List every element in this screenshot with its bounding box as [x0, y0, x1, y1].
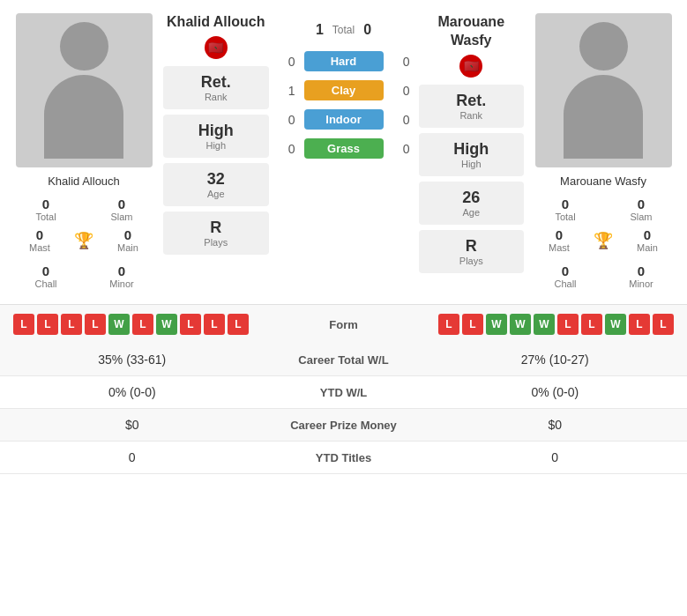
- right-form-badge: W: [486, 314, 507, 335]
- left-mast-label: Mast: [11, 242, 69, 253]
- right-main-cell: 0 Main: [616, 226, 678, 255]
- left-minor-value: 0: [86, 263, 157, 278]
- left-player-avatar: [16, 13, 153, 167]
- left-rank-box: Ret. Rank: [163, 66, 269, 109]
- stats-right-value: 0% (0-0): [441, 385, 670, 399]
- right-player-name: Marouane Wasfy: [560, 174, 646, 188]
- right-chall-cell: 0 Chall: [528, 262, 602, 291]
- right-main-value: 0: [618, 227, 676, 242]
- right-slam-label: Slam: [606, 212, 676, 222]
- hard-left: 0: [278, 55, 295, 69]
- left-slam-cell: 0 Slam: [85, 195, 159, 224]
- stats-left-value: 0% (0-0): [18, 385, 247, 399]
- right-high-box: High High: [419, 133, 525, 176]
- left-form-badge: L: [204, 314, 225, 335]
- total-right: 0: [363, 22, 371, 38]
- stats-right-value: 27% (10-27): [441, 353, 670, 367]
- right-avatar-head: [579, 22, 628, 71]
- left-flag-icon: 🇲🇦: [205, 36, 228, 59]
- left-minor-label: Minor: [86, 278, 157, 289]
- grass-left: 0: [278, 142, 295, 156]
- right-plays-label: Plays: [432, 256, 512, 266]
- right-mast-cell: 0 Mast: [528, 226, 590, 255]
- stats-left-value: 0: [18, 450, 247, 464]
- right-form-badge: L: [629, 314, 650, 335]
- right-form-badges: LLWWWLLWLL: [438, 314, 674, 335]
- clay-row: 1 Clay 0: [278, 80, 410, 100]
- left-avatar-head: [60, 22, 108, 71]
- left-avatar-body: [44, 75, 123, 159]
- form-section: LLLLWLWLLL Form LLWWWLLWLL: [0, 304, 687, 344]
- indoor-right: 0: [392, 113, 410, 127]
- form-label: Form: [329, 318, 358, 331]
- right-form-badge: W: [534, 314, 555, 335]
- left-form-badges: LLLLWLWLLL: [13, 314, 249, 335]
- right-rank-box: Ret. Rank: [419, 85, 525, 128]
- right-form-badge: W: [510, 314, 531, 335]
- left-rank-label: Rank: [176, 92, 256, 102]
- left-stat-row-3: 0 Mast 🏆 0 Main: [9, 226, 159, 255]
- right-form-badge: W: [605, 314, 626, 335]
- left-trophy-icon: 🏆: [72, 226, 95, 255]
- left-player-name: Khalid Allouch: [48, 174, 120, 188]
- grass-right: 0: [392, 142, 410, 156]
- right-total-value: 0: [530, 197, 601, 212]
- stats-left-value: $0: [18, 418, 247, 432]
- left-chall-cell: 0 Chall: [9, 262, 83, 291]
- left-form-badge: L: [61, 314, 82, 335]
- main-container: Khalid Allouch 0 Total 0 Slam 0 Mast 🏆: [0, 0, 687, 474]
- right-slam-cell: 0 Slam: [604, 195, 678, 224]
- left-rank-value: Ret.: [176, 73, 256, 92]
- clay-right: 0: [392, 84, 410, 98]
- right-plays-value: R: [432, 237, 512, 256]
- left-bottom-stats: 0 Chall 0 Minor: [9, 262, 159, 291]
- left-slam-label: Slam: [86, 212, 157, 222]
- right-stat-row-3: 0 Mast 🏆 0 Main: [528, 226, 678, 255]
- right-minor-cell: 0 Minor: [604, 262, 678, 291]
- right-minor-label: Minor: [606, 278, 676, 289]
- right-age-box: 26 Age: [419, 182, 525, 225]
- hard-right: 0: [392, 55, 410, 69]
- stats-center-label: Career Prize Money: [247, 419, 441, 432]
- stats-row: 0% (0-0)YTD W/L0% (0-0): [0, 376, 687, 409]
- right-plays-box: R Plays: [419, 230, 525, 273]
- right-avatar-body: [564, 75, 643, 159]
- right-rank-value: Ret.: [432, 92, 512, 110]
- grass-row: 0 Grass 0: [278, 138, 410, 159]
- left-player-stats-grid: 0 Total 0 Slam: [9, 195, 159, 224]
- right-avatar-silhouette: [564, 22, 643, 159]
- right-form-badge: L: [557, 314, 579, 335]
- right-slam-value: 0: [606, 197, 676, 212]
- total-left: 1: [316, 22, 324, 38]
- stats-center-label: YTD W/L: [247, 386, 441, 399]
- left-main-cell: 0 Main: [97, 226, 159, 255]
- right-player-name-center: Marouane Wasfy: [419, 13, 525, 50]
- left-high-box: High High: [163, 115, 269, 158]
- stats-right-value: $0: [441, 418, 670, 432]
- left-age-value: 32: [176, 170, 256, 189]
- left-plays-value: R: [176, 219, 256, 237]
- right-flag-icon: 🇲🇦: [459, 55, 482, 78]
- right-chall-value: 0: [530, 263, 601, 278]
- right-flag-emoji: 🇲🇦: [464, 59, 479, 73]
- left-player-name-center: Khalid Allouch: [167, 13, 265, 32]
- grass-badge: Grass: [304, 138, 384, 159]
- left-form-badge: W: [108, 314, 130, 335]
- stats-row: $0Career Prize Money$0: [0, 409, 687, 442]
- left-total-value: 0: [11, 197, 81, 212]
- left-total-label: Total: [11, 212, 81, 222]
- stats-center-label: Career Total W/L: [247, 353, 441, 367]
- left-player-card: Khalid Allouch 0 Total 0 Slam 0 Mast 🏆: [9, 13, 159, 291]
- right-mast-label: Mast: [530, 242, 588, 253]
- left-high-value: High: [176, 122, 256, 140]
- right-total-label: Total: [530, 212, 601, 222]
- left-plays-label: Plays: [176, 237, 256, 248]
- left-form-badge: L: [180, 314, 201, 335]
- hard-badge: Hard: [304, 51, 384, 71]
- right-minor-value: 0: [606, 263, 676, 278]
- right-chall-label: Chall: [530, 278, 601, 289]
- right-total-cell: 0 Total: [528, 195, 602, 224]
- left-slam-value: 0: [86, 197, 157, 212]
- indoor-left: 0: [278, 113, 295, 127]
- clay-badge: Clay: [304, 80, 384, 100]
